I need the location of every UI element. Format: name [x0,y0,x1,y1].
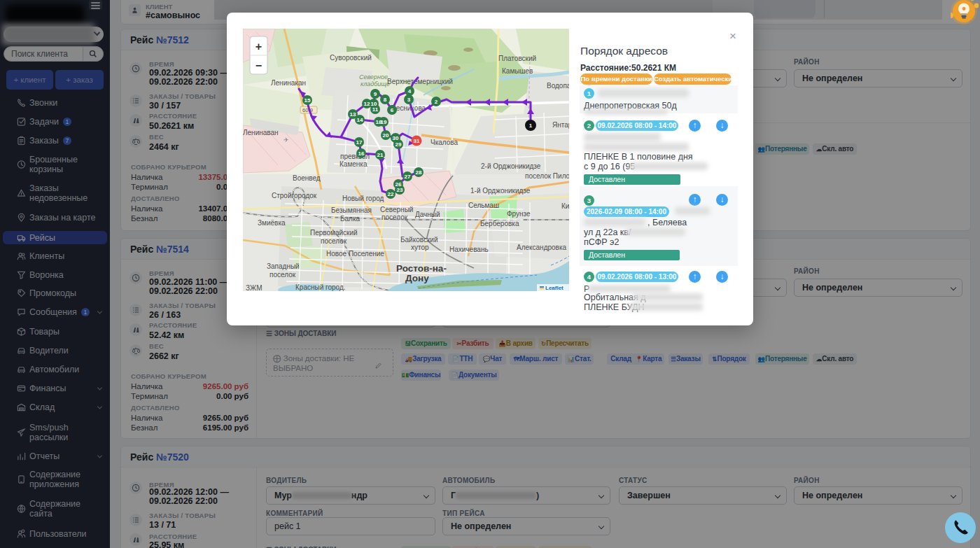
svg-text:22: 22 [388,191,394,197]
svg-text:Безымянная: Безымянная [331,206,372,214]
svg-text:Дону: Дону [405,273,429,283]
svg-text:21: 21 [377,152,384,158]
svg-text:16: 16 [358,150,365,157]
svg-text:Leaflet: Leaflet [545,285,564,291]
svg-text:Балка: Балка [340,215,360,223]
svg-text:2-й Орджоникидзе: 2-й Орджоникидзе [481,162,541,170]
svg-text:8: 8 [384,97,387,103]
svg-text:1: 1 [529,122,533,129]
svg-text:Новое Поселение: Новое Поселение [326,250,384,258]
svg-text:Ленинаван: Ленинаван [243,129,279,136]
svg-text:✈: ✈ [284,136,289,143]
svg-text:Змиёвка: Змиёвка [258,219,286,227]
svg-text:Суворовский: Суворовский [330,54,372,62]
svg-text:кладбище: кладбище [360,80,390,87]
svg-text:27: 27 [405,174,411,180]
svg-text:Ростов-на-: Ростов-на- [396,263,447,274]
svg-text:29: 29 [396,141,402,148]
svg-text:Водопадн: Водопадн [547,82,569,90]
svg-text:2: 2 [435,99,438,105]
svg-text:Западный: Западный [267,262,300,270]
svg-text:Нахичевань: Нахичевань [449,246,489,253]
svg-text:19: 19 [381,119,387,125]
svg-text:Байковский: Байковский [400,236,438,244]
svg-text:Первомайский: Первомайский [310,229,358,237]
svg-text:поселок: поселок [270,271,296,279]
svg-text:6: 6 [391,107,394,113]
svg-text:Новый город: Новый город [342,195,384,202]
svg-text:Кир: Кир [561,202,569,210]
svg-text:поселок: поселок [382,213,408,221]
svg-text:Сельмаш: Сельмаш [468,202,499,209]
svg-text:30: 30 [393,135,399,141]
svg-text:31: 31 [414,138,420,144]
svg-text:Ленинакан: Ленинакан [271,79,306,87]
svg-text:9: 9 [374,91,377,97]
svg-text:Военвед: Военвед [293,174,321,182]
svg-text:поселок: поселок [321,237,347,245]
svg-text:Верхнетемерницкий: Верхнетемерницкий [387,78,453,85]
svg-text:12: 12 [364,101,370,107]
svg-text:Красный город.: Красный город. [295,283,346,291]
svg-text:14: 14 [357,117,363,123]
svg-text:поселок Пилот: поселок Пилот [525,172,569,180]
svg-text:17: 17 [356,139,363,146]
svg-text:Стройгородок: Стройгородок [272,192,317,199]
svg-text:13: 13 [350,111,356,118]
svg-text:+: + [255,41,262,52]
svg-text:Каменка: Каменка [340,160,368,168]
svg-text:4: 4 [408,88,412,94]
svg-text:Камышев: Камышев [502,67,533,75]
svg-text:23: 23 [397,187,403,193]
svg-text:ЗЖМ: ЗЖМ [246,284,262,291]
svg-text:Платовский: Платовский [498,55,536,62]
svg-text:11: 11 [372,106,379,113]
svg-text:Берберовка: Берберовка [480,220,519,227]
svg-text:хутор: хутор [411,244,429,251]
svg-text:15: 15 [304,97,311,104]
svg-text:1-й Орджоникидзе: 1-й Орджоникидзе [470,187,531,195]
svg-text:Дачный: Дачный [415,211,440,218]
svg-text:Северный: Северный [380,206,413,213]
svg-text:Фрунзе: Фрунзе [507,210,531,218]
svg-text:20: 20 [383,132,389,139]
svg-text:−: − [255,59,262,71]
svg-text:Янтарн: Янтарн [552,121,569,129]
svg-text:Чкалова: Чкалова [430,139,458,146]
svg-text:Северное: Северное [359,73,388,80]
svg-text:3: 3 [407,97,411,103]
svg-text:Александровка: Александровка [517,244,567,251]
svg-text:28: 28 [416,169,422,176]
svg-text:60-9: 60-9 [302,107,313,113]
